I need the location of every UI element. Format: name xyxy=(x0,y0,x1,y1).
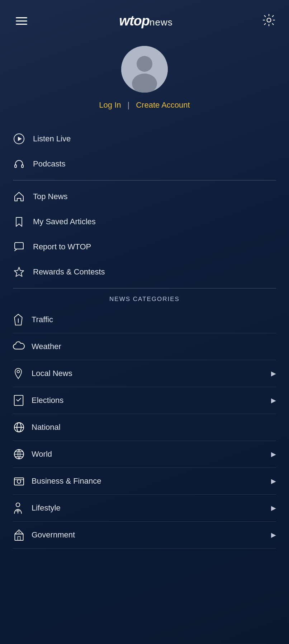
bookmark-icon xyxy=(13,216,25,228)
svg-point-0 xyxy=(267,18,271,22)
nav-rewards[interactable]: Rewards & Contests xyxy=(13,259,276,285)
globe-icon xyxy=(13,448,32,460)
category-national[interactable]: National xyxy=(13,414,276,441)
ballot-icon xyxy=(13,394,32,406)
settings-button[interactable] xyxy=(262,13,276,29)
person-icon xyxy=(13,502,32,514)
star-icon xyxy=(13,266,25,278)
category-elections[interactable]: Elections ▶ xyxy=(13,387,276,414)
nav-saved-articles[interactable]: My Saved Articles xyxy=(13,209,276,234)
chevron-right-icon: ▶ xyxy=(271,477,276,485)
auth-divider: | xyxy=(128,100,130,110)
svg-rect-26 xyxy=(18,536,20,540)
cloud-icon xyxy=(13,340,32,353)
category-local-news[interactable]: Local News ▶ xyxy=(13,360,276,387)
building-icon xyxy=(13,529,32,541)
svg-point-2 xyxy=(137,56,152,72)
profile-section: Log In | Create Account xyxy=(0,37,289,123)
traffic-icon xyxy=(13,314,32,326)
category-weather[interactable]: Weather xyxy=(13,333,276,360)
nav-report[interactable]: Report to WTOP xyxy=(13,234,276,259)
create-account-link[interactable]: Create Account xyxy=(136,100,190,110)
svg-point-21 xyxy=(16,503,20,507)
category-government[interactable]: Government ▶ xyxy=(13,522,276,548)
svg-rect-24 xyxy=(15,534,23,540)
home-icon xyxy=(13,191,25,203)
svg-point-27 xyxy=(18,531,20,533)
menu-button[interactable] xyxy=(13,14,30,28)
svg-point-11 xyxy=(17,370,19,373)
avatar xyxy=(121,46,168,93)
category-traffic[interactable]: Traffic xyxy=(13,306,276,333)
nav-listen-live[interactable]: Listen Live xyxy=(13,126,276,151)
play-circle-icon xyxy=(13,133,25,145)
category-world[interactable]: World ▶ xyxy=(13,441,276,467)
chat-icon xyxy=(13,241,25,253)
svg-rect-18 xyxy=(14,478,24,485)
svg-point-19 xyxy=(17,480,21,483)
svg-marker-9 xyxy=(14,267,24,277)
nav-section-2: Top News My Saved Articles Report to WTO… xyxy=(0,180,289,288)
categories-section: NEWS CATEGORIES Traffic Weather Local xyxy=(0,288,289,552)
svg-marker-5 xyxy=(18,137,22,141)
auth-links: Log In | Create Account xyxy=(99,100,190,110)
chevron-right-icon: ▶ xyxy=(271,504,276,512)
chevron-right-icon: ▶ xyxy=(271,370,276,377)
login-link[interactable]: Log In xyxy=(99,100,121,110)
app-logo: wtopnews xyxy=(119,13,172,29)
chevron-right-icon: ▶ xyxy=(271,450,276,458)
nav-podcasts[interactable]: Podcasts xyxy=(13,151,276,177)
money-icon xyxy=(13,475,32,487)
nav-section-1: Listen Live Podcasts xyxy=(0,123,289,180)
location-icon xyxy=(13,367,32,380)
header: wtopnews xyxy=(0,0,289,37)
logo-wtop: wtop xyxy=(119,13,150,29)
svg-rect-8 xyxy=(15,243,23,249)
categories-label: NEWS CATEGORIES xyxy=(13,296,276,303)
flag-icon xyxy=(13,421,32,433)
logo-news: news xyxy=(150,17,173,28)
chevron-right-icon: ▶ xyxy=(271,531,276,539)
headphones-icon xyxy=(13,158,25,170)
category-lifestyle[interactable]: Lifestyle ▶ xyxy=(13,495,276,521)
nav-top-news[interactable]: Top News xyxy=(13,184,276,209)
category-business-finance[interactable]: Business & Finance ▶ xyxy=(13,468,276,494)
chevron-right-icon: ▶ xyxy=(271,396,276,404)
